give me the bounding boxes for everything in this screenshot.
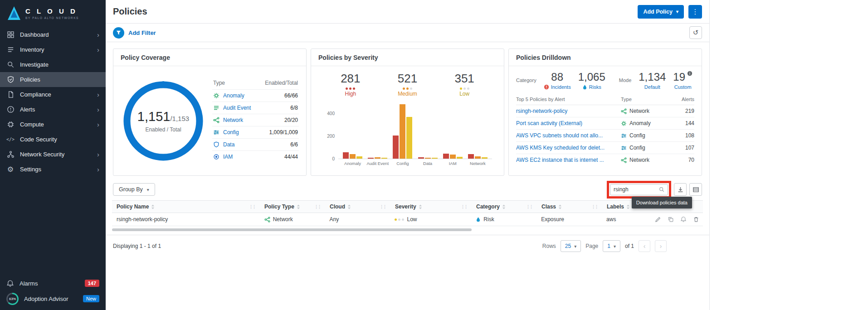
- coverage-type-link[interactable]: Audit Event: [223, 105, 251, 111]
- sidebar-item-investigate[interactable]: Investigate: [0, 57, 106, 72]
- column-header-category[interactable]: Category ⋮⋮: [472, 201, 537, 213]
- previous-page-button[interactable]: ‹: [639, 240, 650, 252]
- drag-handle-icon[interactable]: ⋮⋮: [526, 204, 532, 209]
- medium-count: 521: [398, 72, 417, 86]
- risks-link[interactable]: Risks: [578, 84, 605, 90]
- bar-group: [415, 157, 440, 159]
- coverage-row-config: Config 1,009/1,009: [212, 126, 299, 138]
- sort-icon[interactable]: [502, 204, 506, 209]
- add-policy-button[interactable]: Add Policy ▾: [638, 5, 684, 19]
- sidebar-item-network-security[interactable]: Network Security ›: [0, 147, 106, 162]
- drag-handle-icon[interactable]: ⋮⋮: [314, 204, 321, 209]
- medium-dots-icon: [398, 87, 417, 90]
- sidebar-item-policies[interactable]: Policies: [0, 72, 106, 87]
- chevron-down-icon: ▾: [147, 187, 149, 192]
- sort-icon[interactable]: [347, 204, 351, 209]
- policy-coverage-card: Policy Coverage 1,151 /1,153 Enable: [113, 48, 307, 176]
- sidebar-item-adoption-advisor[interactable]: 63% Adoption Advisor New: [0, 291, 106, 306]
- sort-icon[interactable]: [297, 204, 300, 209]
- low-label: Low: [454, 91, 474, 97]
- brand-logo[interactable]: C L O U D BY PALO ALTO NETWORKS: [0, 0, 106, 27]
- add-filter-button[interactable]: Add Filter: [128, 29, 156, 36]
- horizontal-scrollbar[interactable]: [112, 228, 472, 231]
- sidebar-item-alarms[interactable]: Alarms 147: [0, 276, 106, 291]
- sidebar-item-alerts[interactable]: Alerts ›: [0, 102, 106, 117]
- sidebar-item-compute[interactable]: Compute ›: [0, 117, 106, 132]
- drag-handle-icon[interactable]: ⋮⋮: [249, 204, 255, 209]
- sort-icon[interactable]: [558, 204, 562, 209]
- investigate-icon: [6, 61, 15, 69]
- alarms-count-badge: 147: [85, 280, 99, 287]
- filter-icon[interactable]: [113, 27, 124, 39]
- column-header-class[interactable]: Class ⋮⋮: [537, 201, 602, 213]
- sort-icon[interactable]: [626, 204, 630, 209]
- incidents-link[interactable]: Incidents: [544, 84, 571, 90]
- annotation-highlight-box: [607, 181, 671, 199]
- column-header-cloud[interactable]: Cloud ⋮⋮: [325, 201, 390, 213]
- delete-trash-icon[interactable]: [693, 216, 699, 223]
- risk-droplet-icon: [476, 217, 481, 222]
- prisma-cloud-logo-icon: [7, 6, 21, 20]
- sidebar-item-inventory[interactable]: Inventory ›: [0, 42, 106, 57]
- table-footer: Displaying 1 - 1 of 1 Rows 25 ▾ Page 1 ▾…: [106, 235, 709, 257]
- edit-pencil-icon[interactable]: [655, 216, 661, 223]
- clone-copy-icon[interactable]: [668, 216, 674, 223]
- page-total: of 1: [625, 243, 634, 249]
- bar-low: [381, 158, 387, 159]
- page-select[interactable]: 1 ▾: [603, 240, 620, 252]
- coverage-type-link[interactable]: Data: [223, 141, 234, 148]
- sort-icon[interactable]: [419, 204, 422, 209]
- donut-caption: Enabled / Total: [145, 126, 181, 133]
- sidebar-item-label: Compliance: [20, 91, 51, 98]
- drag-handle-icon[interactable]: ⋮⋮: [461, 204, 467, 209]
- alert-bell-icon[interactable]: [680, 216, 687, 223]
- sidebar-item-label: Policies: [20, 76, 40, 83]
- info-icon[interactable]: [687, 71, 692, 76]
- coverage-type-link[interactable]: Config: [223, 129, 239, 136]
- reset-filters-button[interactable]: ↺: [689, 26, 702, 39]
- download-button[interactable]: [674, 183, 687, 196]
- column-header-policy-type[interactable]: Policy Type ⋮⋮: [260, 201, 325, 213]
- coverage-type-link[interactable]: Network: [223, 117, 243, 123]
- brand-text: C L O U D BY PALO ALTO NETWORKS: [25, 7, 79, 19]
- coverage-type-link[interactable]: Anomaly: [223, 92, 244, 99]
- top-policies-col-alerts: Alerts: [674, 97, 694, 102]
- table-row[interactable]: rsingh-network-policy Network Any Low Ri…: [112, 213, 703, 226]
- audit-event-icon: [213, 105, 219, 111]
- search-box[interactable]: [610, 184, 668, 195]
- sidebar-item-code-security[interactable]: </> Code Security: [0, 132, 106, 147]
- column-header-severity[interactable]: Severity ⋮⋮: [390, 201, 472, 213]
- policy-link[interactable]: AWS EC2 instance that is internet ...: [516, 157, 621, 163]
- policy-link[interactable]: AWS VPC subnets should not allo...: [516, 132, 621, 139]
- policy-link[interactable]: AWS KMS Key scheduled for delet...: [516, 145, 621, 151]
- drag-handle-icon[interactable]: ⋮⋮: [591, 204, 598, 209]
- alarm-bell-icon: [6, 280, 14, 287]
- rows-per-page-select[interactable]: 25 ▾: [561, 240, 581, 252]
- default-link[interactable]: Default: [639, 84, 666, 90]
- policy-link[interactable]: Port scan activity (External): [516, 120, 621, 126]
- policy-coverage-body: 1,151 /1,153 Enabled / Total Type Enable…: [113, 66, 306, 175]
- next-page-button[interactable]: ›: [655, 240, 667, 252]
- custom-link[interactable]: Custom: [673, 84, 692, 90]
- policy-name[interactable]: rsingh-network-policy: [117, 216, 168, 223]
- custom-count: 19: [673, 71, 685, 83]
- policy-link[interactable]: rsingh-network-policy: [516, 108, 621, 114]
- sidebar-item-label: Network Security: [20, 151, 64, 158]
- row-actions: [655, 216, 703, 223]
- group-by-label: Group By: [119, 186, 143, 193]
- sidebar-item-settings[interactable]: ⚙ Settings ›: [0, 162, 106, 177]
- group-by-button[interactable]: Group By ▾: [113, 183, 155, 196]
- drag-handle-icon[interactable]: ⋮⋮: [380, 204, 386, 209]
- search-input[interactable]: [614, 186, 657, 193]
- sidebar-item-dashboard[interactable]: Dashboard ›: [0, 27, 106, 42]
- y-tick-label: 0: [332, 156, 335, 161]
- more-options-button[interactable]: ⋮: [688, 5, 702, 19]
- high-count: 281: [341, 72, 360, 86]
- column-header-policy-name[interactable]: Policy Name ⋮⋮: [112, 201, 260, 213]
- table-settings-button[interactable]: [689, 183, 702, 196]
- coverage-value: 44/44: [284, 154, 298, 160]
- coverage-type-link[interactable]: IAM: [223, 154, 233, 160]
- sort-icon[interactable]: [151, 204, 155, 209]
- sidebar-item-compliance[interactable]: Compliance ›: [0, 87, 106, 102]
- alert-count: 219: [674, 108, 694, 114]
